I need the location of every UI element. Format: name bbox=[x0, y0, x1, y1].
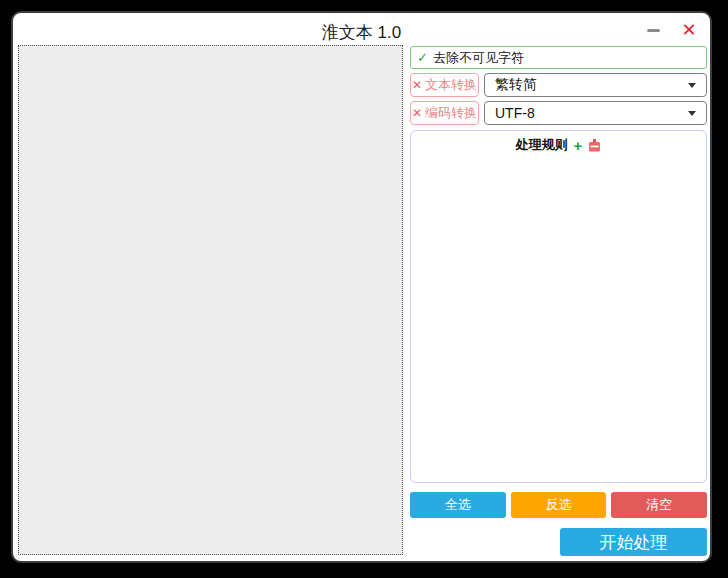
encoding-convert-value: UTF-8 bbox=[495, 105, 535, 121]
x-icon: ✕ bbox=[412, 79, 422, 91]
encoding-convert-row: ✕ 编码转换 UTF-8 bbox=[410, 101, 707, 125]
text-convert-value: 繁转简 bbox=[495, 76, 537, 94]
app-window: 淮文本 1.0 ✕ ✓ 去除不可见字符 ✕ 文本转换 繁转简 bbox=[11, 11, 712, 563]
clear-button[interactable]: 清空 bbox=[611, 492, 707, 518]
text-convert-toggle[interactable]: ✕ 文本转换 bbox=[410, 73, 479, 97]
remove-invisible-option[interactable]: ✓ 去除不可见字符 bbox=[410, 46, 707, 69]
minimize-icon bbox=[647, 29, 660, 32]
close-button[interactable]: ✕ bbox=[678, 19, 700, 41]
encoding-convert-select[interactable]: UTF-8 bbox=[484, 101, 707, 125]
chevron-down-icon bbox=[688, 83, 696, 88]
text-convert-row: ✕ 文本转换 繁转简 bbox=[410, 73, 707, 97]
encoding-convert-label: 编码转换 bbox=[425, 104, 477, 122]
clear-rules-button[interactable] bbox=[588, 139, 601, 152]
x-icon: ✕ bbox=[412, 107, 422, 119]
invert-selection-button[interactable]: 反选 bbox=[511, 492, 607, 518]
check-icon: ✓ bbox=[417, 51, 428, 64]
settings-panel: ✓ 去除不可见字符 ✕ 文本转换 繁转简 ✕ 编码转换 UTF-8 bbox=[410, 46, 707, 556]
chevron-down-icon bbox=[688, 111, 696, 116]
brush-icon bbox=[588, 139, 601, 152]
file-drop-zone[interactable] bbox=[18, 45, 403, 555]
title-bar[interactable]: 淮文本 1.0 ✕ bbox=[13, 13, 710, 45]
add-rule-button[interactable]: + bbox=[574, 138, 583, 153]
window-title: 淮文本 1.0 bbox=[13, 21, 710, 44]
rules-header: 处理规则 + bbox=[411, 131, 706, 154]
text-convert-label: 文本转换 bbox=[425, 76, 477, 94]
start-processing-button[interactable]: 开始处理 bbox=[560, 528, 707, 556]
minimize-button[interactable] bbox=[642, 19, 664, 41]
selection-buttons: 全选 反选 清空 bbox=[410, 492, 707, 518]
close-icon: ✕ bbox=[681, 19, 696, 41]
rules-list-panel[interactable]: 处理规则 + bbox=[410, 130, 707, 483]
window-controls: ✕ bbox=[642, 19, 700, 41]
rules-title: 处理规则 bbox=[516, 136, 568, 154]
encoding-convert-toggle[interactable]: ✕ 编码转换 bbox=[410, 101, 479, 125]
text-convert-select[interactable]: 繁转简 bbox=[484, 73, 707, 97]
remove-invisible-label: 去除不可见字符 bbox=[433, 49, 524, 67]
select-all-button[interactable]: 全选 bbox=[410, 492, 506, 518]
